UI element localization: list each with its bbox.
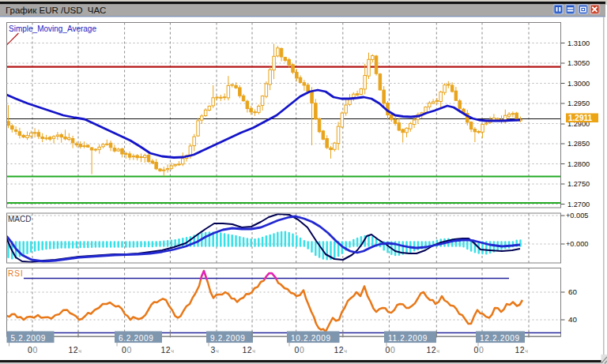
svg-text:00: 00: [295, 345, 305, 355]
svg-text:Simple_Moving_Average: Simple_Moving_Average: [9, 24, 96, 33]
svg-text:+0.005: +0.005: [566, 212, 588, 220]
svg-text:1.3100: 1.3100: [567, 39, 590, 47]
svg-text:6.2.2009: 6.2.2009: [119, 334, 154, 343]
svg-text:5.2.2009: 5.2.2009: [11, 334, 47, 343]
svg-text:00: 00: [474, 345, 484, 355]
svg-text:11.2.2009: 11.2.2009: [388, 334, 428, 343]
svg-text:MACD: MACD: [8, 215, 31, 223]
svg-text:1.3050: 1.3050: [567, 59, 590, 67]
svg-text:60: 60: [568, 287, 577, 296]
svg-text:1.2750: 1.2750: [567, 180, 590, 188]
svg-text:10.2.2009: 10.2.2009: [291, 334, 331, 343]
svg-text:00: 00: [28, 345, 38, 355]
svg-text:+0.000: +0.000: [566, 240, 588, 248]
svg-text:График EUR /USD ЧАС: График EUR /USD ЧАС: [6, 6, 106, 15]
svg-text:1.3000: 1.3000: [567, 80, 590, 88]
svg-text:9.2.2009: 9.2.2009: [210, 334, 246, 343]
svg-text:1.2850: 1.2850: [567, 140, 590, 148]
svg-text:1.2911: 1.2911: [568, 114, 592, 122]
svg-text:RSI: RSI: [8, 269, 24, 278]
svg-text:40: 40: [568, 315, 577, 324]
svg-text:12.2.2009: 12.2.2009: [480, 334, 520, 343]
svg-text:1.2700: 1.2700: [567, 201, 590, 208]
svg-text:1.2950: 1.2950: [567, 99, 590, 107]
svg-text:00: 00: [386, 345, 396, 355]
svg-text:00: 00: [122, 345, 132, 355]
svg-text:1.2800: 1.2800: [567, 160, 590, 168]
